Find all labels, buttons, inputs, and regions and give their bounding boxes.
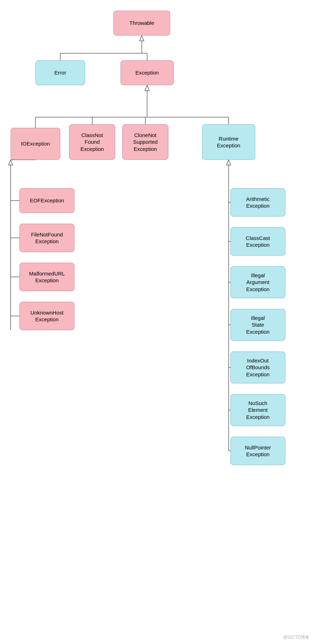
svg-marker-17 [9,160,13,165]
runtime-node: Runtime Exception [202,124,255,160]
illegalstate-node: Illegal State Exception [230,309,285,341]
eof-node: EOFException [19,188,74,213]
indexout-node: IndexOut OfBounds Exception [230,351,285,383]
classcast-node: ClassCast Exception [230,227,285,256]
malformed-node: MalformedURL Exception [19,263,74,291]
filenotfound-node: FileNotFound Exception [19,224,74,252]
ioexception-node: IOException [11,128,60,160]
error-node: Error [35,60,85,85]
watermark: @51CTO博客 [283,634,309,640]
svg-marker-27 [227,160,231,165]
nullpointer-node: NullPointer Exception [230,437,285,465]
nosuch-node: NoSuch Element Exception [230,394,285,426]
illegalarg-node: Illegal Argument Exception [230,266,285,298]
exception-node: Exception [121,60,174,85]
clonenot-node: CloneNot Supported Exception [122,124,168,160]
svg-marker-4 [140,36,144,41]
diagram-container: Throwable Error Exception IOException Cl… [0,0,313,644]
unknownhost-node: UnknownHost Exception [19,302,74,330]
svg-marker-11 [145,85,149,91]
classnotfound-node: ClassNot Found Exception [69,124,115,160]
arithmetic-node: Arithmetic Exception [230,188,285,217]
throwable-node: Throwable [113,11,170,36]
